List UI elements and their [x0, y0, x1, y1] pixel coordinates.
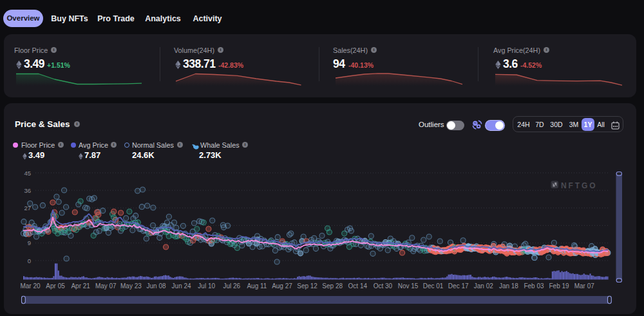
svg-text:Aug 11: Aug 11 — [247, 282, 267, 290]
svg-text:Nov 15: Nov 15 — [398, 282, 419, 290]
svg-text:0: 0 — [28, 257, 31, 264]
svg-text:9: 9 — [28, 239, 31, 246]
svg-text:Dec 01: Dec 01 — [423, 282, 444, 290]
svg-text:Apr 21: Apr 21 — [71, 282, 90, 290]
svg-text:Oct 14: Oct 14 — [348, 282, 368, 290]
svg-text:Jul 10: Jul 10 — [198, 282, 215, 290]
svg-text:May 07: May 07 — [95, 282, 117, 290]
svg-text:36: 36 — [24, 187, 31, 194]
svg-text:Jan 02: Jan 02 — [474, 282, 493, 290]
svg-text:Mar 20: Mar 20 — [20, 282, 41, 290]
svg-text:Jan 18: Jan 18 — [499, 282, 518, 290]
svg-text:Jun 24: Jun 24 — [172, 282, 191, 290]
svg-text:Mar 07: Mar 07 — [574, 282, 595, 290]
svg-text:Jun 08: Jun 08 — [146, 282, 166, 290]
svg-text:Feb 19: Feb 19 — [549, 282, 570, 290]
svg-text:Aug 27: Aug 27 — [272, 282, 292, 290]
svg-text:Sep 12: Sep 12 — [297, 282, 317, 290]
svg-text:Dec 17: Dec 17 — [448, 282, 469, 290]
svg-text:45: 45 — [24, 170, 31, 177]
svg-text:Apr 05: Apr 05 — [46, 282, 65, 290]
svg-text:Oct 30: Oct 30 — [374, 282, 393, 290]
svg-text:Feb 03: Feb 03 — [524, 282, 544, 290]
svg-text:Sep 28: Sep 28 — [322, 282, 343, 290]
svg-text:NFTGO: NFTGO — [561, 181, 598, 190]
svg-text:May 23: May 23 — [120, 282, 142, 290]
svg-text:Jul 26: Jul 26 — [223, 282, 240, 290]
